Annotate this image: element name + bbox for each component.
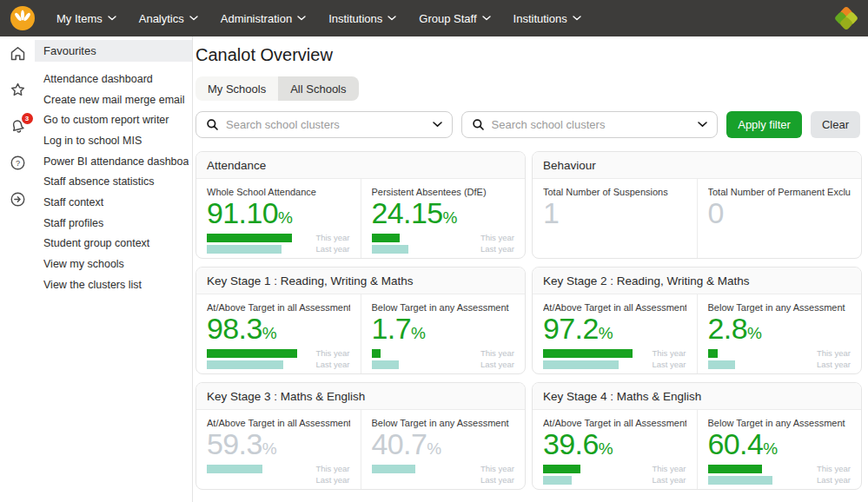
nav-item-analytics[interactable]: Analytics [128,0,209,36]
bar-row-this-year: This year [372,465,515,473]
metric-number: 1 [543,196,559,229]
sidebar-item-student-group-context[interactable]: Student group context [43,234,189,254]
search-placeholder: Search school clusters [492,118,692,131]
group-switcher-icon[interactable] [835,7,858,30]
comparison-bars: This yearLast year [207,465,350,485]
bar-label: This year [646,349,686,358]
comparison-bars: This yearLast year [372,465,515,485]
school-cluster-select-1[interactable]: Search school clusters [195,111,453,138]
nav-item-group-staff[interactable]: Group Staff [407,0,501,36]
tab-all-schools[interactable]: All Schools [278,76,358,101]
sidebar-item-view-the-clusters-list[interactable]: View the clusters list [43,274,189,295]
apply-filter-button[interactable]: Apply filter [726,111,802,138]
nav-item-administration[interactable]: Administration [209,0,317,36]
metric-number: 0 [708,196,724,229]
sidebar-item-go-to-custom-report-writer[interactable]: Go to custom report writer [43,109,189,130]
arbor-logo-icon[interactable] [10,6,35,30]
chevron-down-icon [698,122,707,128]
bar-label: Last year [646,476,686,485]
sidebar-item-log-in-to-school-mis[interactable]: Log in to school MIS [43,130,189,151]
filter-bar: Search school clusters Search school clu… [195,111,860,138]
card-body: At/Above Target in all Assessments97.2%T… [533,294,861,374]
card-behaviour: BehaviourTotal Number of Suspensions1Tot… [532,151,862,259]
nav-item-my-items[interactable]: My Items [45,0,128,36]
bar-track [708,476,803,485]
card-title: Behaviour [533,152,861,179]
help-icon[interactable]: ? [9,154,27,172]
sidebar-item-staff-context[interactable]: Staff context [43,192,189,213]
comparison-bars: This yearLast year [207,349,350,369]
nav-item-institutions[interactable]: Institutions [317,0,407,36]
bell-icon[interactable]: 3 [9,117,27,135]
bar-fill [708,465,763,473]
bar-label: Last year [310,245,350,254]
card-body: At/Above Target in all Assessments39.6%T… [533,410,861,490]
bar-track [372,349,467,358]
sidebar-item-attendance-dashboard[interactable]: Attendance dashboard [43,69,189,89]
bar-row-this-year: This year [543,465,686,473]
comparison-bars: This yearLast year [708,349,851,369]
bar-row-last-year: Last year [543,360,686,369]
schools-tab-group: My SchoolsAll Schools [195,76,359,101]
clear-button[interactable]: Clear [811,111,860,138]
sidebar-item-view-my-schools[interactable]: View my schools [43,254,189,274]
metric-value: 24.15% [372,197,515,229]
metric-at-above-target-in-all-assessments: At/Above Target in all Assessments39.6%T… [533,410,697,490]
sidebar-item-create-new-mail-merge-email[interactable]: Create new mail merge email [43,89,189,110]
metric-at-above-target-in-all-assessments: At/Above Target in all Assessments98.3%T… [196,294,361,374]
top-nav: My ItemsAnalyticsAdministrationInstituti… [0,0,868,36]
chevron-down-icon [433,122,442,128]
card-title: Key Stage 4 : Maths & English [533,383,861,410]
bar-fill [372,349,381,358]
bar-fill [207,234,292,242]
card-title: Attendance [196,152,525,179]
svg-text:?: ? [15,159,19,168]
bar-track [708,349,803,358]
tab-my-schools[interactable]: My Schools [195,76,278,101]
bar-fill [372,234,401,242]
chevron-down-icon [482,16,491,21]
bar-row-last-year: Last year [543,476,686,485]
comparison-bars: This yearLast year [708,465,851,485]
bar-label: This year [310,234,350,242]
metric-value: 40.7% [372,428,515,460]
card-title: Key Stage 3 : Maths & English [196,383,525,410]
card-title: Key Stage 1 : Reading, Writing & Maths [196,268,525,294]
bar-row-this-year: This year [207,234,350,242]
chevron-down-icon [388,16,396,21]
metric-whole-school-attendance: Whole School Attendance91.10%This yearLa… [196,179,361,259]
card-body: Total Number of Suspensions1Total Number… [533,179,861,259]
nav-item-label: My Items [56,12,103,25]
nav-item-institutions[interactable]: Institutions [502,0,593,36]
bar-row-last-year: Last year [372,245,515,254]
metric-value: 2.8% [708,313,851,345]
chevron-down-icon [573,16,581,21]
bar-track [207,476,301,485]
sidebar-item-power-bi-attendance-dashboard[interactable]: Power BI attendance dashboard [43,151,189,172]
bar-track [372,476,467,485]
login-icon[interactable] [9,190,27,208]
card-body: Whole School Attendance91.10%This yearLa… [196,179,525,259]
bar-row-last-year: Last year [708,476,851,485]
favourites-header: Favourites [35,40,192,62]
bar-track [708,465,803,473]
bar-track [543,465,638,473]
metric-below-target-in-any-assessment: Below Target in any Assessment60.4%This … [697,410,862,490]
school-cluster-select-2[interactable]: Search school clusters [461,111,719,138]
page-title: Canalot Overview [195,45,860,65]
home-icon[interactable] [9,44,27,63]
bar-row-last-year: Last year [207,360,350,369]
chevron-down-icon [108,16,116,21]
bar-track [708,360,803,369]
bar-fill [708,360,735,369]
sidebar-item-staff-absence-statistics[interactable]: Staff absence statistics [43,171,189,192]
star-icon[interactable] [9,81,27,99]
card-key-stage-4-maths-english: Key Stage 4 : Maths & EnglishAt/Above Ta… [532,382,862,490]
nav-menu: My ItemsAnalyticsAdministrationInstituti… [45,0,593,36]
bar-track [543,360,638,369]
chevron-down-icon [297,16,306,21]
favourites-list: Attendance dashboardCreate new mail merg… [35,62,192,295]
metric-value: 91.10% [207,197,350,229]
sidebar-item-staff-profiles[interactable]: Staff profiles [43,213,189,234]
bar-track [372,360,467,369]
